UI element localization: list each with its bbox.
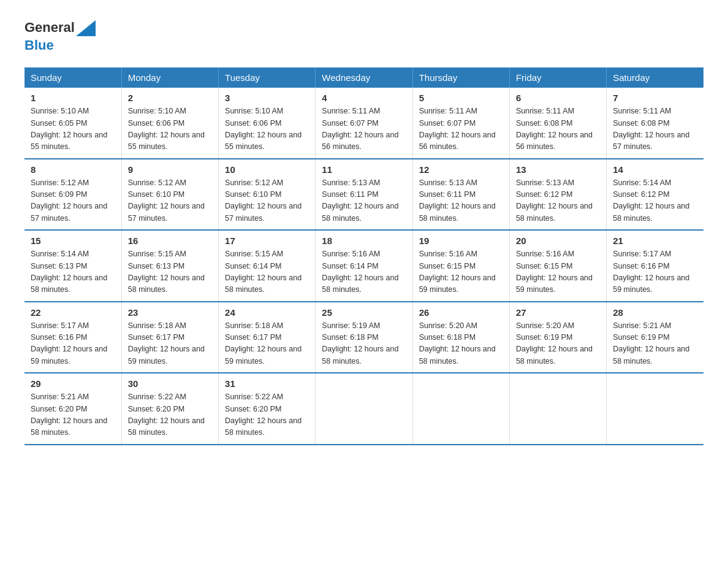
day-number: 31 bbox=[225, 378, 309, 389]
day-number: 1 bbox=[31, 93, 115, 103]
weekday-saturday: Saturday bbox=[607, 67, 703, 88]
day-number: 25 bbox=[322, 307, 406, 318]
day-number: 13 bbox=[516, 164, 600, 175]
day-number: 28 bbox=[613, 307, 697, 318]
calendar-day-cell: 17Sunrise: 5:15 AMSunset: 6:14 PMDayligh… bbox=[219, 230, 316, 302]
day-info: Sunrise: 5:15 AMSunset: 6:13 PMDaylight:… bbox=[128, 248, 212, 296]
week-row-5: 29Sunrise: 5:21 AMSunset: 6:20 PMDayligh… bbox=[25, 373, 703, 445]
day-number: 9 bbox=[128, 164, 212, 175]
day-info: Sunrise: 5:17 AMSunset: 6:16 PMDaylight:… bbox=[31, 320, 115, 368]
day-info: Sunrise: 5:11 AMSunset: 6:08 PMDaylight:… bbox=[613, 105, 697, 153]
day-info: Sunrise: 5:10 AMSunset: 6:05 PMDaylight:… bbox=[31, 105, 115, 153]
logo: GeneralBlue bbox=[25, 18, 96, 53]
weekday-friday: Friday bbox=[509, 67, 606, 88]
calendar-day-cell: 25Sunrise: 5:19 AMSunset: 6:18 PMDayligh… bbox=[316, 302, 412, 373]
logo-text: GeneralBlue bbox=[25, 18, 96, 53]
day-number: 27 bbox=[516, 307, 600, 318]
day-info: Sunrise: 5:20 AMSunset: 6:18 PMDaylight:… bbox=[419, 320, 503, 368]
calendar-day-cell: 28Sunrise: 5:21 AMSunset: 6:19 PMDayligh… bbox=[607, 302, 703, 373]
svg-marker-0 bbox=[76, 20, 96, 36]
day-info: Sunrise: 5:11 AMSunset: 6:07 PMDaylight:… bbox=[322, 105, 406, 153]
day-info: Sunrise: 5:13 AMSunset: 6:12 PMDaylight:… bbox=[516, 177, 600, 225]
calendar-day-cell: 31Sunrise: 5:22 AMSunset: 6:20 PMDayligh… bbox=[219, 373, 316, 445]
day-info: Sunrise: 5:16 AMSunset: 6:15 PMDaylight:… bbox=[419, 248, 503, 296]
weekday-tuesday: Tuesday bbox=[219, 67, 316, 88]
day-number: 2 bbox=[128, 93, 212, 103]
weekday-wednesday: Wednesday bbox=[316, 67, 412, 88]
day-number: 17 bbox=[225, 236, 309, 246]
calendar-day-cell: 5Sunrise: 5:11 AMSunset: 6:07 PMDaylight… bbox=[412, 88, 509, 159]
day-info: Sunrise: 5:22 AMSunset: 6:20 PMDaylight:… bbox=[128, 391, 212, 439]
calendar-day-cell: 15Sunrise: 5:14 AMSunset: 6:13 PMDayligh… bbox=[25, 230, 121, 302]
day-info: Sunrise: 5:10 AMSunset: 6:06 PMDaylight:… bbox=[225, 105, 309, 153]
day-info: Sunrise: 5:14 AMSunset: 6:12 PMDaylight:… bbox=[613, 177, 697, 225]
calendar-table: SundayMondayTuesdayWednesdayThursdayFrid… bbox=[25, 67, 703, 445]
day-info: Sunrise: 5:11 AMSunset: 6:08 PMDaylight:… bbox=[516, 105, 600, 153]
calendar-day-cell bbox=[509, 373, 606, 445]
day-info: Sunrise: 5:18 AMSunset: 6:17 PMDaylight:… bbox=[128, 320, 212, 368]
calendar-day-cell: 18Sunrise: 5:16 AMSunset: 6:14 PMDayligh… bbox=[316, 230, 412, 302]
day-number: 12 bbox=[419, 164, 503, 175]
day-number: 3 bbox=[225, 93, 309, 103]
calendar-day-cell: 10Sunrise: 5:12 AMSunset: 6:10 PMDayligh… bbox=[219, 159, 316, 231]
calendar-day-cell: 9Sunrise: 5:12 AMSunset: 6:10 PMDaylight… bbox=[121, 159, 218, 231]
day-number: 23 bbox=[128, 307, 212, 318]
week-row-3: 15Sunrise: 5:14 AMSunset: 6:13 PMDayligh… bbox=[25, 230, 703, 302]
calendar-day-cell: 24Sunrise: 5:18 AMSunset: 6:17 PMDayligh… bbox=[219, 302, 316, 373]
day-number: 4 bbox=[322, 93, 406, 103]
calendar-day-cell: 22Sunrise: 5:17 AMSunset: 6:16 PMDayligh… bbox=[25, 302, 121, 373]
calendar-day-cell: 19Sunrise: 5:16 AMSunset: 6:15 PMDayligh… bbox=[412, 230, 509, 302]
calendar-day-cell: 26Sunrise: 5:20 AMSunset: 6:18 PMDayligh… bbox=[412, 302, 509, 373]
day-info: Sunrise: 5:13 AMSunset: 6:11 PMDaylight:… bbox=[419, 177, 503, 225]
calendar-day-cell: 13Sunrise: 5:13 AMSunset: 6:12 PMDayligh… bbox=[509, 159, 606, 231]
day-number: 15 bbox=[31, 236, 115, 246]
day-info: Sunrise: 5:15 AMSunset: 6:14 PMDaylight:… bbox=[225, 248, 309, 296]
week-row-2: 8Sunrise: 5:12 AMSunset: 6:09 PMDaylight… bbox=[25, 159, 703, 231]
calendar-day-cell: 12Sunrise: 5:13 AMSunset: 6:11 PMDayligh… bbox=[412, 159, 509, 231]
day-info: Sunrise: 5:11 AMSunset: 6:07 PMDaylight:… bbox=[419, 105, 503, 153]
calendar-body: 1Sunrise: 5:10 AMSunset: 6:05 PMDaylight… bbox=[25, 88, 703, 445]
day-number: 26 bbox=[419, 307, 503, 318]
day-info: Sunrise: 5:14 AMSunset: 6:13 PMDaylight:… bbox=[31, 248, 115, 296]
day-number: 30 bbox=[128, 378, 212, 389]
day-number: 22 bbox=[31, 307, 115, 318]
calendar-day-cell: 20Sunrise: 5:16 AMSunset: 6:15 PMDayligh… bbox=[509, 230, 606, 302]
calendar-day-cell: 16Sunrise: 5:15 AMSunset: 6:13 PMDayligh… bbox=[121, 230, 218, 302]
weekday-sunday: Sunday bbox=[25, 67, 121, 88]
week-row-4: 22Sunrise: 5:17 AMSunset: 6:16 PMDayligh… bbox=[25, 302, 703, 373]
day-number: 8 bbox=[31, 164, 115, 175]
day-info: Sunrise: 5:12 AMSunset: 6:10 PMDaylight:… bbox=[128, 177, 212, 225]
calendar-day-cell: 30Sunrise: 5:22 AMSunset: 6:20 PMDayligh… bbox=[121, 373, 218, 445]
day-info: Sunrise: 5:16 AMSunset: 6:15 PMDaylight:… bbox=[516, 248, 600, 296]
calendar-day-cell: 3Sunrise: 5:10 AMSunset: 6:06 PMDaylight… bbox=[219, 88, 316, 159]
page-header: GeneralBlue bbox=[25, 18, 703, 53]
day-info: Sunrise: 5:18 AMSunset: 6:17 PMDaylight:… bbox=[225, 320, 309, 368]
calendar-day-cell bbox=[316, 373, 412, 445]
day-info: Sunrise: 5:16 AMSunset: 6:14 PMDaylight:… bbox=[322, 248, 406, 296]
logo-blue-text: Blue bbox=[25, 37, 54, 53]
day-number: 18 bbox=[322, 236, 406, 246]
day-number: 20 bbox=[516, 236, 600, 246]
week-row-1: 1Sunrise: 5:10 AMSunset: 6:05 PMDaylight… bbox=[25, 88, 703, 159]
day-number: 5 bbox=[419, 93, 503, 103]
day-number: 10 bbox=[225, 164, 309, 175]
day-info: Sunrise: 5:17 AMSunset: 6:16 PMDaylight:… bbox=[613, 248, 697, 296]
calendar-day-cell: 11Sunrise: 5:13 AMSunset: 6:11 PMDayligh… bbox=[316, 159, 412, 231]
day-info: Sunrise: 5:21 AMSunset: 6:19 PMDaylight:… bbox=[613, 320, 697, 368]
calendar-day-cell: 21Sunrise: 5:17 AMSunset: 6:16 PMDayligh… bbox=[607, 230, 703, 302]
weekday-monday: Monday bbox=[121, 67, 218, 88]
day-number: 21 bbox=[613, 236, 697, 246]
calendar-day-cell: 23Sunrise: 5:18 AMSunset: 6:17 PMDayligh… bbox=[121, 302, 218, 373]
day-info: Sunrise: 5:22 AMSunset: 6:20 PMDaylight:… bbox=[225, 391, 309, 439]
calendar-day-cell: 8Sunrise: 5:12 AMSunset: 6:09 PMDaylight… bbox=[25, 159, 121, 231]
day-number: 29 bbox=[31, 378, 115, 389]
day-info: Sunrise: 5:12 AMSunset: 6:10 PMDaylight:… bbox=[225, 177, 309, 225]
day-number: 14 bbox=[613, 164, 697, 175]
calendar-day-cell: 1Sunrise: 5:10 AMSunset: 6:05 PMDaylight… bbox=[25, 88, 121, 159]
day-info: Sunrise: 5:21 AMSunset: 6:20 PMDaylight:… bbox=[31, 391, 115, 439]
day-number: 6 bbox=[516, 93, 600, 103]
calendar-day-cell bbox=[412, 373, 509, 445]
calendar-day-cell bbox=[607, 373, 703, 445]
day-number: 19 bbox=[419, 236, 503, 246]
calendar-header: SundayMondayTuesdayWednesdayThursdayFrid… bbox=[25, 67, 703, 88]
